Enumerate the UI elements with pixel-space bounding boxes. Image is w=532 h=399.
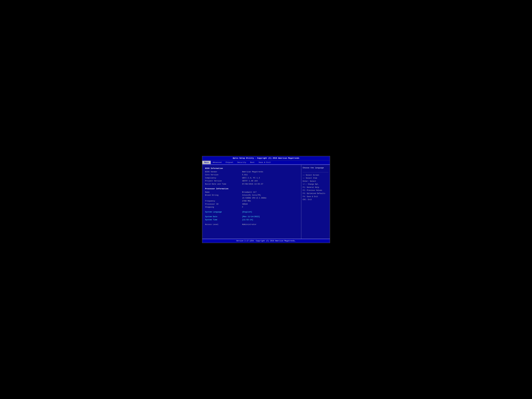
system-date-row[interactable]: System Date [Mon 11/14/2022]: [205, 215, 298, 218]
table-row: Compliancy UEFI 2.4; PI 1.3: [205, 177, 298, 179]
system-language-value[interactable]: [English]: [242, 211, 252, 213]
system-language-row[interactable]: System Language [English]: [205, 211, 298, 213]
table-row: Name Broadwell ULT: [205, 191, 298, 194]
system-language-label: System Language: [205, 211, 242, 213]
content-area: BIOS Information BIOS Vendor American Me…: [202, 165, 330, 239]
menu-item-save-exit[interactable]: Save & Exit: [257, 161, 273, 164]
bios-information-section: BIOS Information BIOS Vendor American Me…: [205, 167, 298, 185]
title-text: Aptio Setup Utility - Copyright (C) 2016…: [233, 157, 299, 159]
brand-string-value: Intel(R) Core(TM) i5-5300U CPU @ 2.30GHz: [242, 194, 267, 199]
system-time-label: System Time: [205, 218, 242, 221]
stepping-label: Stepping: [205, 206, 242, 209]
table-row: Core Version 5.011: [205, 173, 298, 176]
compliancy-label: Compliancy: [205, 177, 242, 179]
help-key-f4: F4: Save & Exit: [303, 195, 328, 198]
frequency-label: Frequency: [205, 200, 242, 203]
bios-screen: Aptio Setup Utility - Copyright (C) 2016…: [202, 156, 330, 243]
table-row: Frequency 2700 MHz: [205, 200, 298, 203]
bios-vendor-value: American Megatrends: [242, 171, 263, 173]
footer-bar: Version 2.17.1254. Copyright (C) 2016 Am…: [202, 239, 330, 243]
system-date-value[interactable]: [Mon 11/14/2022]: [242, 215, 260, 218]
main-panel: BIOS Information BIOS Vendor American Me…: [202, 165, 301, 239]
processor-id-value: 306d4: [242, 203, 248, 206]
frequency-value: 2700 MHz: [242, 200, 251, 203]
core-version-label: Core Version: [205, 173, 242, 176]
bios-vendor-label: BIOS Vendor: [205, 171, 242, 173]
brand-string-label: Brand String: [205, 194, 242, 199]
project-version-label: Project Version: [205, 180, 242, 183]
help-key-f2: F2: Previous Values: [303, 189, 328, 192]
processor-id-label: Processor ID: [205, 203, 242, 206]
system-time-row[interactable]: System Time [11:52:14]: [205, 218, 298, 221]
build-date-value: 07/08/2016 13:55:37: [242, 183, 263, 186]
help-key-enter: Enter: Select: [303, 180, 328, 183]
build-date-label: Build Date and Time: [205, 183, 242, 186]
help-key-change: +/-: Change Opt.: [303, 183, 328, 186]
help-keys: ↔: Select Screen ↕: Select Item Enter: S…: [303, 174, 328, 201]
help-key-f3: F3: Optimized Defaults: [303, 192, 328, 195]
table-row: Build Date and Time 07/08/2016 13:55:37: [205, 183, 298, 186]
help-description: Choose the language: [303, 166, 328, 169]
help-key-esc: ESC: Exit: [303, 198, 328, 201]
table-row: BIOS Vendor American Megatrends: [205, 171, 298, 173]
menu-item-main[interactable]: Main: [202, 161, 211, 164]
help-key-f1: F1: General Help: [303, 186, 328, 189]
core-version-value: 5.011: [242, 173, 248, 176]
menu-item-boot[interactable]: Boot: [248, 161, 257, 164]
processor-info-title: Processor Information: [205, 187, 298, 190]
access-level-row: Access Level Administrator: [205, 223, 298, 226]
menu-item-advanced[interactable]: Advanced: [211, 161, 223, 164]
system-time-value[interactable]: [11:52:14]: [242, 218, 253, 221]
bios-info-title: BIOS Information: [205, 167, 298, 170]
help-key-select-screen: ↔: Select Screen: [303, 174, 328, 177]
processor-name-label: Name: [205, 191, 242, 194]
title-bar: Aptio Setup Utility - Copyright (C) 2016…: [202, 156, 330, 160]
menu-item-chipset[interactable]: Chipset: [223, 161, 235, 164]
table-row: Brand String Intel(R) Core(TM) i5-5300U …: [205, 194, 298, 199]
help-panel: Choose the language ↔: Select Screen ↕: …: [301, 165, 330, 239]
table-row: Project Version 3EFFF 1.40 x64: [205, 180, 298, 183]
processor-information-section: Processor Information Name Broadwell ULT…: [205, 187, 298, 209]
table-row: Stepping F: [205, 206, 298, 209]
table-row: Processor ID 306d4: [205, 203, 298, 206]
processor-name-value: Broadwell ULT: [242, 191, 257, 194]
stepping-value: F: [242, 206, 243, 209]
menu-bar[interactable]: Main Advanced Chipset Security Boot Save…: [202, 160, 330, 165]
system-date-label: System Date: [205, 215, 242, 218]
access-level-value: Administrator: [242, 223, 257, 226]
help-key-select-item: ↕: Select Item: [303, 177, 328, 180]
access-level-label: Access Level: [205, 223, 242, 226]
footer-text: Version 2.17.1254. Copyright (C) 2016 Am…: [236, 240, 296, 242]
menu-item-security[interactable]: Security: [235, 161, 248, 164]
compliancy-value: UEFI 2.4; PI 1.3: [242, 177, 260, 179]
project-version-value: 3EFFF 1.40 x64: [242, 180, 258, 183]
